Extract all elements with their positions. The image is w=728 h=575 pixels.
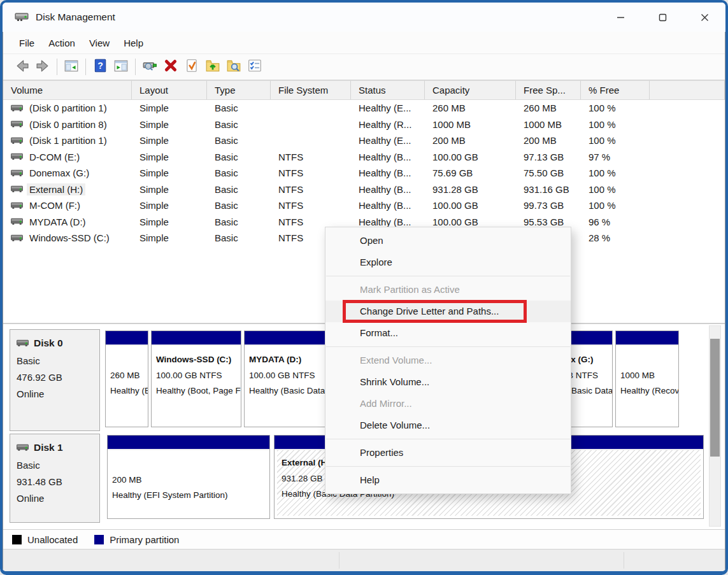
maximize-button[interactable] <box>641 3 683 32</box>
table-row[interactable]: M-COM (F:)SimpleBasicNTFSHealthy (B...10… <box>3 197 725 214</box>
forward-button[interactable] <box>33 57 52 76</box>
menu-item-open[interactable]: Open <box>325 230 571 252</box>
drive-icon <box>11 234 27 242</box>
drive-icon <box>11 169 27 177</box>
disk-name: Disk 1 <box>17 442 93 453</box>
check-document-button[interactable] <box>182 57 201 76</box>
type-cell: Basic <box>207 181 271 198</box>
percent-free-cell: 100 % <box>581 165 650 181</box>
status-bar-divider <box>624 552 624 569</box>
partition-block[interactable]: Windows-SSD (C:)100.00 GB NTFSHealthy (B… <box>151 330 241 427</box>
table-row[interactable]: Donemax (G:)SimpleBasicNTFSHealthy (B...… <box>3 165 725 181</box>
column-header-status[interactable]: Status <box>351 81 425 99</box>
partition-text: Windows-SSD (C:)100.00 GB NTFSHealthy (B… <box>152 346 241 399</box>
legend-label: Unallocated <box>27 534 78 545</box>
title-bar: Disk Management <box>3 3 725 32</box>
layout-cell: Simple <box>132 181 207 198</box>
checklist-icon <box>247 58 262 76</box>
partition-size-line: 100.00 GB NTFS <box>156 368 236 384</box>
back-icon <box>15 59 29 76</box>
file-system-cell: NTFS <box>271 165 351 181</box>
folder-upload-button[interactable] <box>203 57 222 76</box>
folder-search-button[interactable] <box>224 57 243 76</box>
file-system-cell <box>271 132 351 149</box>
layout-cell: Simple <box>132 117 207 133</box>
partition-status-line: Healthy (Boot, Page File, Crash Dump, Ba… <box>156 383 236 399</box>
disk-info-panel[interactable]: Disk 0Basic476.92 GBOnline <box>10 329 100 431</box>
table-row[interactable]: (Disk 1 partition 1)SimpleBasicHealthy (… <box>3 132 725 149</box>
disk-detail-line: 476.92 GB <box>17 369 93 386</box>
svg-text:?: ? <box>97 60 103 71</box>
free-space-cell: 75.50 GB <box>516 165 581 181</box>
menubar-item-view[interactable]: View <box>82 35 117 51</box>
partition-size-line: 260 MB <box>110 368 143 384</box>
partition-block[interactable]: 260 MBHealthy (EFI System Partition) <box>105 330 148 427</box>
status-cell: Healthy (B... <box>351 181 425 198</box>
volume-cell: Windows-SSD (C:) <box>3 230 132 246</box>
delete-button[interactable] <box>161 57 180 76</box>
disk-info-panel[interactable]: Disk 1Basic931.48 GBOnline <box>10 434 100 523</box>
status-cell: Healthy (R... <box>351 117 425 133</box>
volume-name: Donemax (G:) <box>27 167 92 179</box>
partition-block[interactable]: 200 MBHealthy (EFI System Partition) <box>107 435 270 519</box>
table-row[interactable]: (Disk 0 partition 1)SimpleBasicHealthy (… <box>3 100 725 117</box>
disk-name-label: Disk 0 <box>34 337 63 349</box>
menu-item-help[interactable]: Help <box>325 469 571 491</box>
partition-status-line: Healthy (EFI System Partition) <box>112 488 265 504</box>
menu-item-change-drive-letter-and-paths[interactable]: Change Drive Letter and Paths... <box>325 301 571 322</box>
menu-item-format[interactable]: Format... <box>325 322 571 344</box>
layout-cell: Simple <box>132 100 207 117</box>
table-row[interactable]: External (H:)SimpleBasicNTFSHealthy (B..… <box>3 181 725 198</box>
table-row[interactable]: D-COM (E:)SimpleBasicNTFSHealthy (B...10… <box>3 149 725 166</box>
back-button[interactable] <box>12 57 31 76</box>
menu-item-delete-volume[interactable]: Delete Volume... <box>325 415 571 436</box>
partition-block[interactable]: MYDATA (D:)100.00 GB NTFSHealthy (Basic … <box>244 330 334 427</box>
column-header-type[interactable]: Type <box>207 81 271 99</box>
partition-type-bar <box>106 331 148 346</box>
percent-free-cell: 100 % <box>581 181 650 198</box>
menu-item-add-mirror: Add Mirror... <box>325 393 571 415</box>
menu-item-shrink-volume[interactable]: Shrink Volume... <box>325 371 571 393</box>
menu-item-explore[interactable]: Explore <box>325 252 571 273</box>
blank-cell <box>650 149 725 166</box>
partition-size-line: 200 MB <box>112 472 265 488</box>
annotation-highlight-box <box>343 300 527 323</box>
close-button[interactable] <box>683 3 725 32</box>
file-system-cell: NTFS <box>271 149 351 166</box>
disk-detail-line: Online <box>17 490 93 507</box>
capacity-cell: 260 MB <box>425 100 516 117</box>
show-action-pane-button[interactable] <box>111 57 131 76</box>
column-header-file-system[interactable]: File System <box>271 81 351 99</box>
forward-icon <box>36 59 50 76</box>
legend-item-unallocated: Unallocated <box>12 534 78 545</box>
partition-title <box>110 352 143 368</box>
folder-search-icon <box>226 58 241 76</box>
show-console-tree-icon <box>64 58 79 76</box>
partition-status-line: Healthy (EFI System Partition) <box>110 383 143 399</box>
menubar-item-file[interactable]: File <box>12 35 41 51</box>
rescan-disks-button[interactable] <box>140 57 159 76</box>
column-header-free-sp[interactable]: Free Sp... <box>516 81 581 99</box>
checklist-button[interactable] <box>245 57 264 76</box>
menu-item-properties[interactable]: Properties <box>325 442 571 464</box>
column-header-volume[interactable]: Volume <box>3 81 132 99</box>
percent-free-cell: 100 % <box>581 100 650 117</box>
partition-type-bar <box>108 436 269 450</box>
type-cell: Basic <box>207 230 271 246</box>
table-row[interactable]: (Disk 0 partition 8)SimpleBasicHealthy (… <box>3 117 725 133</box>
column-header-layout[interactable]: Layout <box>132 81 207 99</box>
menubar-item-help[interactable]: Help <box>117 35 150 51</box>
drive-icon <box>11 202 27 209</box>
minimize-button[interactable] <box>599 3 641 32</box>
help-button[interactable]: ? <box>90 57 110 76</box>
type-cell: Basic <box>207 214 271 231</box>
partition-type-bar <box>152 331 241 346</box>
show-console-tree-button[interactable] <box>62 57 81 76</box>
column-header-capacity[interactable]: Capacity <box>425 81 516 99</box>
percent-free-cell: 97 % <box>581 149 650 166</box>
capacity-cell: 100.00 GB <box>425 197 516 214</box>
menubar-item-action[interactable]: Action <box>41 35 82 51</box>
volume-name: D-COM (E:) <box>27 151 82 163</box>
column-header-free[interactable]: % Free <box>581 81 650 99</box>
partition-block[interactable]: 1000 MBHealthy (Recovery Partition) <box>615 330 679 427</box>
